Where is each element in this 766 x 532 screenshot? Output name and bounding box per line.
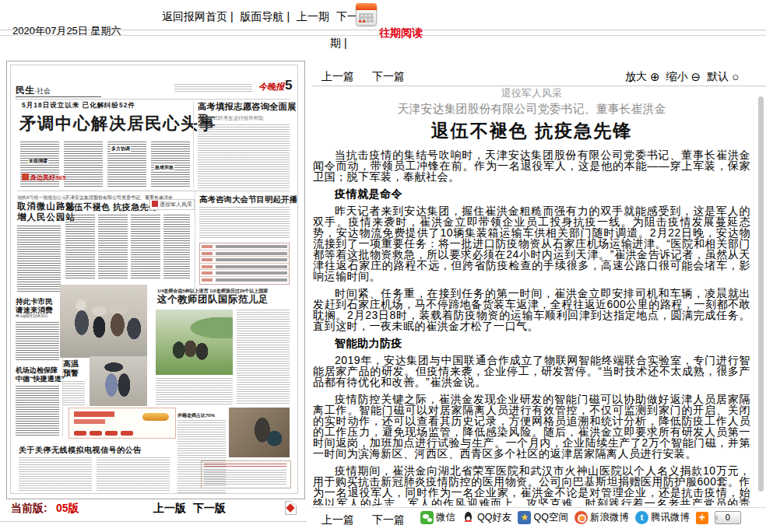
share-tencent-weibo-button[interactable]: t 腾讯微博 <box>635 511 690 524</box>
body-text-texture <box>237 310 290 404</box>
calendar-icon-marked-day <box>359 20 361 23</box>
table-row <box>200 270 289 277</box>
divider <box>0 521 307 522</box>
qq-penguin-icon <box>462 511 475 524</box>
anda-article-headline[interactable]: 退伍不褪色 抗疫急先锋 <box>65 201 158 213</box>
lead-subhead: 多方协调 <box>111 146 131 152</box>
share-qzone-button[interactable]: ★ QQ空间 <box>518 511 567 524</box>
article-paragraph: 当抗击疫情的集结号吹响时，天津安达集团股份有限公司党委书记、董事长崔洪金闻令而动… <box>313 149 750 182</box>
default-zoom-button[interactable]: 默认 <box>707 70 729 82</box>
body-text-texture <box>163 215 190 280</box>
body-text-texture <box>16 322 59 361</box>
home-link[interactable]: 返回报网首页 | <box>162 10 234 23</box>
body-text-texture <box>19 457 92 492</box>
next-article-link-bottom[interactable]: 下一篇 <box>372 513 405 527</box>
layout-nav-link[interactable]: 版面导航 | <box>241 10 290 23</box>
table-row <box>200 277 289 283</box>
section-title: 民生·社会 <box>16 84 51 97</box>
prev-issue-link[interactable]: 上一期 <box>297 10 329 23</box>
lead-article-headline: 矛调中心解决居民心头事 <box>19 112 216 135</box>
body-text-texture <box>16 386 59 437</box>
article-paragraph: 疫情防控关键之际，崔洪金发现企业研发的智能门磁可以协助做好返津人员居家隔离工作。… <box>313 394 750 459</box>
info-box-texture <box>204 470 286 485</box>
zoom-out-icon[interactable]: ⊖ <box>691 70 701 83</box>
article-header: 退役军人风采 天津安达集团股份有限公司党委书记、董事长崔洪金 退伍不褪色 抗疫急… <box>313 87 750 142</box>
lead-subhead: 未雨绸缪 <box>28 159 48 164</box>
share-label: 微信 <box>436 511 455 524</box>
red-square-icon <box>22 173 29 180</box>
next-article-link[interactable]: 下一篇 <box>372 70 405 84</box>
page-meta-texture <box>174 84 252 92</box>
airport-article-headline: 中德“快捷通道” <box>16 374 65 384</box>
past-issues-link[interactable]: 往期阅读 <box>379 26 423 40</box>
share-label: 腾讯微博 <box>651 511 690 524</box>
ad-calligraphy-text <box>74 419 105 424</box>
calendar-icon[interactable] <box>356 3 377 26</box>
top-navigation: 返回报网首页 |版面导航 |上一期下一 <box>162 10 365 24</box>
next-issue-link-wrap[interactable]: 期 | <box>330 37 347 49</box>
gaokao-tv-headline: 高考咨询大会节目明起开播 <box>199 194 297 205</box>
body-text-texture <box>65 215 95 280</box>
body-text-texture <box>199 207 290 240</box>
teacher-stat-line: 外籍老师占比70% <box>177 412 215 419</box>
teacher-article-headline: 这个教师团队国际范儿足 <box>157 293 269 306</box>
toolbar-divider <box>311 86 766 86</box>
share-wechat-button[interactable]: 微信 <box>420 511 455 524</box>
column-divider <box>193 101 194 188</box>
share-label: QQ空间 <box>533 511 567 524</box>
prev-page-link[interactable]: 上一版 <box>153 502 186 516</box>
sina-weibo-icon <box>574 511 588 524</box>
prev-article-link-bottom[interactable]: 上一篇 <box>322 513 354 527</box>
article-paragraph: 疫情期间，崔洪金向湖北省荣军医院和武汉市火神山医院以个人名义捐款10万元，用于购… <box>313 465 750 506</box>
info-box <box>201 460 291 488</box>
body-text-texture <box>151 142 190 187</box>
pdf-icon-fold <box>292 501 297 506</box>
article-paragraph: 时间紧、任务重，在接到任务的第一时间，崔洪金立即安排司机和车辆，凌晨就出发赶到石… <box>313 288 750 331</box>
share-sina-weibo-button[interactable]: 新浪微博 <box>574 511 629 524</box>
table-row <box>200 257 289 264</box>
heat-warning-label: 高温预警 <box>63 359 79 378</box>
body-text-texture <box>17 226 61 292</box>
table-row <box>200 264 289 271</box>
meihao365-logo: 身边美好365 <box>22 173 65 182</box>
photo-street-scene <box>60 285 147 358</box>
next-issue-link[interactable]: 下一 <box>336 10 358 23</box>
body-text-texture <box>97 457 170 492</box>
divider <box>16 99 290 100</box>
default-zoom-icon[interactable]: ○ <box>732 70 739 83</box>
tv-schedule-table <box>199 243 290 285</box>
share-count-badge[interactable]: 0 <box>715 511 741 524</box>
badge-pointer <box>712 515 718 521</box>
lead-article-kicker: 5月18日设立以来 已化解纠纷52件 <box>22 101 135 110</box>
zoom-in-icon[interactable]: ⊕ <box>650 70 660 83</box>
divider <box>311 507 766 508</box>
pdf-icon[interactable] <box>285 501 297 515</box>
calendar-icon-marked-day <box>363 20 365 23</box>
epaper-reader-window: 2020年07月25日 星期六 返回报网首页 |版面导航 |上一期下一 期 | … <box>0 0 766 532</box>
divider <box>17 191 290 191</box>
body-text-texture <box>64 142 103 187</box>
article-title: 退伍不褪色 抗疫急先锋 <box>313 119 750 142</box>
body-text-texture <box>63 381 85 406</box>
veteran-badge: 退役军人风采 <box>149 199 195 210</box>
column-divider <box>195 191 195 291</box>
more-share-options-button[interactable]: + <box>696 512 708 524</box>
gaokao-article-subtitle: 多种方式对考生进行指导帮助 <box>198 115 264 122</box>
article-paragraph: 昨天记者来到安达集团，握住崔洪金粗糙而强有力的双手就能感受到，这是军人的双手。疫… <box>313 205 750 282</box>
article-section-heading: 智能助力防疫 <box>313 338 750 348</box>
share-bar: 微信 QQ好友 ★ QQ空间 新浪微博 t 腾讯微博 + 0 <box>420 511 741 524</box>
next-page-link[interactable]: 下一版 <box>193 502 226 516</box>
newspaper-page-thumbnail[interactable]: 民生·社会 今晚报 5 5月18日设立以来 已化解纠纷52件 矛调中心解决居民心… <box>10 65 298 494</box>
current-page-value: 05版 <box>56 502 79 516</box>
share-label: QQ好友 <box>477 511 511 524</box>
table-row <box>200 243 289 250</box>
share-qq-friend-button[interactable]: QQ好友 <box>462 511 511 524</box>
prev-article-link[interactable]: 上一篇 <box>322 70 354 84</box>
info-box-texture <box>204 464 286 468</box>
ad-buttons <box>74 431 133 436</box>
photo-pedestrians-umbrella <box>90 356 147 406</box>
zoom-out-button[interactable]: 缩小 <box>666 70 688 82</box>
zoom-in-button[interactable]: 放大 <box>625 70 647 82</box>
ad-product-image <box>142 413 169 421</box>
scrollbar-thumb[interactable] <box>758 96 764 492</box>
